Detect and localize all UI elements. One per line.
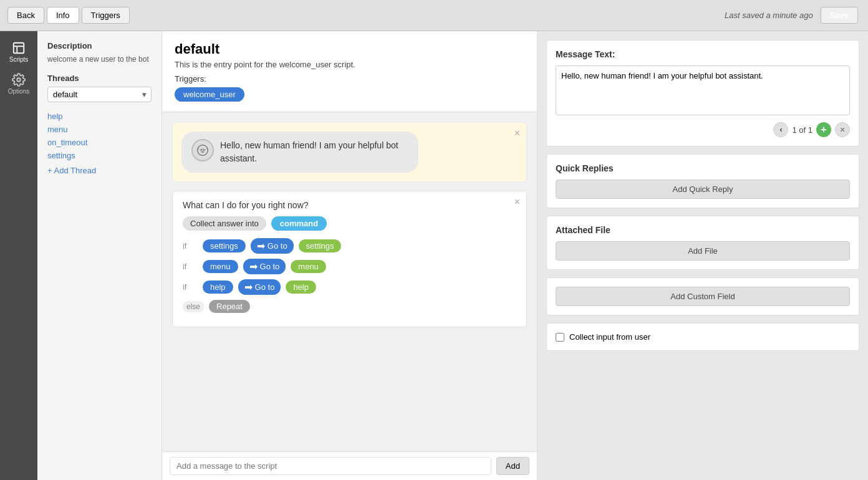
collect-row: Collect answer into command bbox=[183, 216, 516, 231]
svg-rect-0 bbox=[14, 43, 24, 54]
question-text: What can I do for you right now? bbox=[183, 200, 516, 210]
center-panel: default This is the entry point for the … bbox=[162, 31, 538, 480]
add-message-button[interactable]: Add bbox=[496, 457, 529, 475]
message-text-title: Message Text: bbox=[556, 49, 850, 59]
options-label: Options bbox=[8, 88, 29, 95]
collect-input-label: Collect input from user bbox=[569, 332, 650, 342]
thread-link-on-timeout[interactable]: on_timeout bbox=[47, 136, 152, 149]
script-name: default bbox=[175, 41, 524, 57]
collect-input-section: Collect input from user bbox=[546, 323, 859, 351]
goto-label-help: Go to bbox=[255, 282, 275, 292]
if-label-menu: if bbox=[183, 262, 198, 271]
bot-avatar bbox=[191, 139, 214, 161]
topbar: Back Info Triggers Last saved a minute a… bbox=[0, 0, 868, 31]
condition-row-menu: if menu ➡ Go to menu bbox=[183, 259, 516, 274]
condition-value-settings[interactable]: settings bbox=[203, 239, 246, 252]
scripts-label: Scripts bbox=[9, 56, 29, 63]
goto-arrow-icon-menu: ➡ bbox=[249, 261, 258, 272]
condition-row-settings: if settings ➡ Go to settings bbox=[183, 238, 516, 254]
goto-thread-menu[interactable]: menu bbox=[291, 260, 326, 273]
goto-label-settings: Go to bbox=[268, 241, 287, 251]
add-custom-field-button[interactable]: Add Custom Field bbox=[556, 287, 850, 306]
add-quick-reply-button[interactable]: Add Quick Reply bbox=[556, 180, 850, 199]
condition-value-help[interactable]: help bbox=[203, 281, 233, 294]
add-message-bar: Add bbox=[162, 451, 537, 480]
save-button[interactable]: Save bbox=[821, 7, 858, 24]
gear-icon bbox=[12, 73, 26, 87]
svg-line-7 bbox=[198, 149, 200, 150]
threads-title: Threads bbox=[47, 74, 152, 83]
question-block: × What can I do for you right now? Colle… bbox=[172, 191, 527, 327]
quick-replies-section: Quick Replies Add Quick Reply bbox=[546, 154, 859, 208]
main-layout: Scripts Options Description welcome a ne… bbox=[0, 31, 868, 480]
svg-point-6 bbox=[204, 149, 205, 150]
last-saved-text: Last saved a minute ago bbox=[725, 11, 813, 20]
thread-link-help[interactable]: help bbox=[47, 110, 152, 123]
collect-input-row: Collect input from user bbox=[556, 332, 850, 342]
thread-select-wrap: default bbox=[47, 87, 152, 102]
goto-arrow-icon-help: ➡ bbox=[244, 281, 253, 293]
add-file-button[interactable]: Add File bbox=[556, 241, 850, 261]
goto-button-settings[interactable]: ➡ Go to bbox=[251, 238, 294, 254]
trigger-badge[interactable]: welcome_user bbox=[175, 87, 244, 102]
scripts-nav[interactable]: Scripts bbox=[7, 36, 31, 68]
icon-panel: Scripts Options bbox=[0, 31, 37, 480]
right-panel: Message Text: Hello, new human friend! I… bbox=[538, 31, 868, 480]
else-row: else Repeat bbox=[183, 300, 516, 313]
description-text: welcome a new user to the bot bbox=[47, 54, 152, 65]
condition-row-help: if help ➡ Go to help bbox=[183, 279, 516, 295]
repeat-button[interactable]: Repeat bbox=[209, 300, 250, 313]
thread-link-menu[interactable]: menu bbox=[47, 123, 152, 136]
add-message-input[interactable] bbox=[170, 457, 491, 475]
goto-thread-help[interactable]: help bbox=[286, 281, 316, 294]
message-bubble: Hello, new human friend! I am your helpf… bbox=[181, 132, 418, 173]
pagination-row: ‹ 1 of 1 + × bbox=[556, 122, 850, 137]
info-button[interactable]: Info bbox=[47, 7, 79, 24]
svg-point-3 bbox=[17, 78, 21, 82]
collect-input-checkbox[interactable] bbox=[556, 333, 564, 342]
collect-var[interactable]: command bbox=[271, 216, 327, 231]
close-message-button[interactable]: × bbox=[514, 128, 520, 139]
goto-label-menu: Go to bbox=[260, 262, 280, 271]
svg-point-5 bbox=[201, 149, 202, 150]
options-nav[interactable]: Options bbox=[6, 68, 32, 100]
bot-message-block: Hello, new human friend! I am your helpf… bbox=[172, 122, 527, 182]
message-text-textarea[interactable]: Hello, new human friend! I am your helpf… bbox=[556, 65, 850, 115]
close-question-button[interactable]: × bbox=[514, 196, 520, 208]
attached-file-title: Attached File bbox=[556, 225, 850, 235]
add-thread-button[interactable]: + Add Thread bbox=[47, 166, 152, 175]
custom-field-section: Add Custom Field bbox=[546, 277, 859, 315]
page-add-button[interactable]: + bbox=[816, 122, 831, 137]
message-text-section: Message Text: Hello, new human friend! I… bbox=[546, 40, 859, 146]
back-button[interactable]: Back bbox=[7, 7, 44, 24]
triggers-label: Triggers: bbox=[175, 74, 524, 84]
sidebar: Description welcome a new user to the bo… bbox=[37, 31, 162, 480]
page-remove-button[interactable]: × bbox=[835, 122, 850, 137]
attached-file-section: Attached File Add File bbox=[546, 216, 859, 270]
description-title: Description bbox=[47, 41, 152, 50]
bot-icon bbox=[196, 144, 209, 156]
if-label-settings: if bbox=[183, 242, 198, 251]
message-text: Hello, new human friend! I am your helpf… bbox=[220, 139, 408, 165]
triggers-button[interactable]: Triggers bbox=[82, 7, 130, 24]
goto-button-help[interactable]: ➡ Go to bbox=[238, 279, 281, 295]
goto-arrow-icon: ➡ bbox=[257, 240, 265, 252]
goto-button-menu[interactable]: ➡ Go to bbox=[243, 259, 286, 274]
thread-link-settings[interactable]: settings bbox=[47, 149, 152, 162]
thread-select[interactable]: default bbox=[47, 87, 152, 102]
if-label-help: if bbox=[183, 283, 198, 292]
script-description: This is the entry point for the welcome_… bbox=[175, 60, 524, 69]
page-prev-button[interactable]: ‹ bbox=[773, 122, 788, 137]
scripts-icon bbox=[12, 41, 26, 55]
else-label: else bbox=[183, 301, 204, 312]
goto-thread-settings[interactable]: settings bbox=[299, 239, 342, 252]
condition-value-menu[interactable]: menu bbox=[203, 260, 238, 273]
collect-label: Collect answer into bbox=[183, 216, 266, 231]
quick-replies-title: Quick Replies bbox=[556, 163, 850, 173]
svg-line-8 bbox=[205, 149, 207, 150]
messages-area: Hello, new human friend! I am your helpf… bbox=[162, 112, 537, 451]
page-info: 1 of 1 bbox=[792, 125, 813, 135]
script-header: default This is the entry point for the … bbox=[162, 31, 537, 112]
